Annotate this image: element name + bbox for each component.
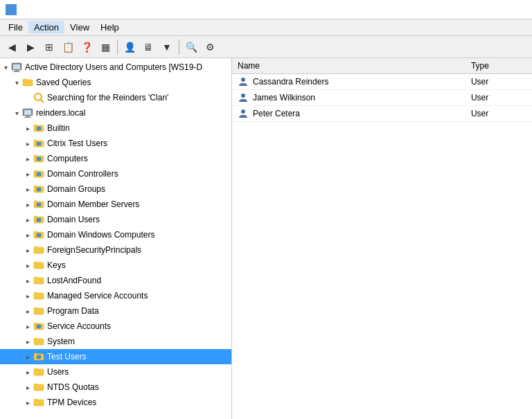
folder-icon — [33, 305, 44, 317]
tree-item[interactable]: Computers — [0, 151, 231, 166]
tree-item[interactable]: Domain Groups — [0, 181, 231, 197]
left-panel: Active Directory Users and Computers [WS… — [0, 58, 232, 419]
tree-item-label: Saved Queries — [36, 78, 91, 87]
menu-action[interactable]: Action — [28, 21, 64, 34]
svg-rect-19 — [37, 355, 41, 359]
forward-button[interactable]: ▶ — [21, 38, 39, 56]
tree-item[interactable]: Domain Member Servers — [0, 197, 231, 212]
tree-expander — [22, 197, 33, 212]
table-row[interactable]: Peter CeteraUser — [232, 106, 532, 122]
properties-button[interactable]: ▦ — [96, 38, 114, 56]
tree-expander — [0, 60, 11, 75]
new-computer-button[interactable]: 🖥 — [139, 38, 157, 56]
table-row[interactable]: James WilkinsonUser — [232, 90, 532, 106]
tree-item[interactable]: Searching for the Reinders 'Clan' — [0, 90, 231, 105]
user-name-cell: James Wilkinson — [232, 90, 466, 106]
tree-item[interactable]: Domain Users — [0, 212, 231, 227]
tree-expander — [22, 364, 33, 380]
new-user-button[interactable]: 👤 — [121, 38, 139, 56]
svg-rect-16 — [37, 218, 41, 222]
main-content: Active Directory Users and Computers [WS… — [0, 58, 532, 419]
tree-item-label: Service Accounts — [47, 321, 111, 331]
settings-button[interactable]: ⚙ — [201, 38, 219, 56]
svg-point-22 — [241, 109, 245, 114]
user-icon — [238, 76, 249, 87]
tree-item[interactable]: System — [0, 334, 231, 349]
folder-icon — [33, 290, 44, 301]
tree-item[interactable]: Domain Controllers — [0, 166, 231, 181]
user-icon — [238, 108, 249, 119]
svg-rect-18 — [37, 325, 41, 328]
tree-item[interactable]: LostAndFound — [0, 273, 231, 288]
user-name: Peter Cetera — [253, 109, 300, 118]
tree-item[interactable]: NTDS Quotas — [0, 380, 231, 395]
up-button[interactable]: ⊞ — [40, 38, 58, 56]
menu-file[interactable]: File — [3, 21, 28, 34]
folder-icon — [33, 397, 44, 408]
filter-button[interactable]: ▼ — [158, 38, 176, 56]
svg-rect-7 — [24, 110, 31, 115]
folder-icon — [22, 77, 33, 88]
ou-icon — [33, 168, 44, 179]
copy-button[interactable]: 📋 — [59, 38, 77, 56]
tree-item[interactable]: Saved Queries — [0, 75, 231, 90]
tree-item[interactable]: Service Accounts — [0, 319, 231, 334]
help-button[interactable]: ❓ — [78, 38, 96, 56]
user-type-cell: User — [466, 90, 532, 106]
tree-item-label: LostAndFound — [47, 276, 101, 285]
ou-icon — [33, 184, 44, 195]
tree-expander — [22, 303, 33, 319]
folder-icon — [33, 275, 44, 286]
tree-expander — [22, 181, 33, 197]
tree-expander — [22, 227, 33, 242]
tree-item[interactable]: TPM Devices — [0, 395, 231, 410]
title-bar — [0, 0, 532, 19]
tree-item[interactable]: Builtin — [0, 121, 231, 136]
svg-rect-9 — [24, 117, 31, 118]
tree-item-label: ForeignSecurityPrincipals — [47, 245, 141, 255]
tree-expander — [22, 334, 33, 349]
svg-rect-2 — [15, 70, 19, 71]
tree-item-label: Test Users — [47, 352, 87, 362]
ou-icon — [33, 153, 44, 164]
column-header-name[interactable]: Name — [232, 58, 466, 74]
tree-item-label: Searching for the Reinders 'Clan' — [47, 93, 168, 102]
toolbar: ◀▶⊞📋❓▦👤🖥▼🔍⚙ — [0, 36, 532, 58]
ou-icon — [33, 138, 44, 149]
tree-item-label: Managed Service Accounts — [47, 291, 148, 301]
tree-item-label: Domain Groups — [47, 184, 105, 194]
svg-rect-8 — [26, 116, 30, 117]
tree-item[interactable]: Managed Service Accounts — [0, 288, 231, 303]
tree-item[interactable]: Keys — [0, 258, 231, 273]
svg-rect-3 — [13, 71, 20, 72]
tree-item[interactable]: Test Users — [0, 349, 231, 364]
tree-expander — [22, 136, 33, 151]
folder-icon — [33, 366, 44, 377]
tree-item[interactable]: Active Directory Users and Computers [WS… — [0, 60, 231, 75]
tree-item-label: Domain Member Servers — [47, 199, 139, 209]
tree-item-label: Domain Users — [47, 215, 100, 224]
tree-item[interactable]: Citrix Test Users — [0, 136, 231, 151]
tree-item[interactable]: ForeignSecurityPrincipals — [0, 242, 231, 258]
back-button[interactable]: ◀ — [3, 38, 21, 56]
tree-item-label: Builtin — [47, 123, 70, 133]
menu-help[interactable]: Help — [95, 21, 125, 34]
computer-icon — [11, 62, 22, 73]
column-header-type[interactable]: Type — [466, 58, 532, 74]
tree: Active Directory Users and Computers [WS… — [0, 58, 231, 411]
tree-item[interactable]: Users — [0, 364, 231, 380]
menu-view[interactable]: View — [64, 21, 95, 34]
find-button[interactable]: 🔍 — [182, 38, 200, 56]
ou-icon — [33, 123, 44, 134]
folder-icon — [33, 336, 44, 347]
tree-item-label: Domain Windows Computers — [47, 230, 154, 240]
table-row[interactable]: Cassandra ReindersUser — [232, 74, 532, 90]
svg-point-21 — [241, 93, 245, 98]
tree-item[interactable]: Domain Windows Computers — [0, 227, 231, 242]
tree-item[interactable]: reinders.local — [0, 105, 231, 121]
svg-rect-11 — [37, 142, 41, 145]
tree-expander — [22, 273, 33, 288]
tree-item[interactable]: Program Data — [0, 303, 231, 319]
ou-icon — [33, 321, 44, 332]
svg-point-20 — [241, 78, 245, 82]
